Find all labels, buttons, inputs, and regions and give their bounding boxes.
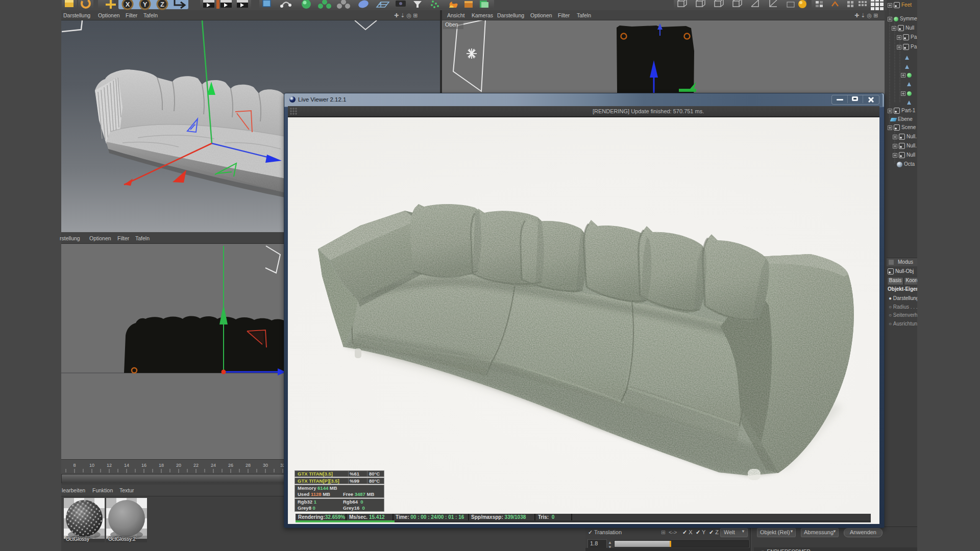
svg-text:14: 14 [124,463,129,468]
svg-text:OctGlossy: OctGlossy [66,536,89,542]
svg-text:18: 18 [159,463,164,468]
svg-text:8: 8 [73,463,76,468]
svg-text:OctGlossy.2: OctGlossy.2 [108,536,136,542]
svg-text:12: 12 [107,463,112,468]
svg-text:16: 16 [141,463,146,468]
svg-text:26: 26 [228,463,233,468]
svg-text:24: 24 [211,463,216,468]
svg-text:28: 28 [246,463,251,468]
svg-text:20: 20 [176,463,181,468]
svg-text:Z: Z [160,1,164,8]
svg-text:Y: Y [143,1,148,8]
svg-text:30: 30 [263,463,268,468]
svg-text:X: X [126,1,130,8]
svg-text:10: 10 [89,463,94,468]
svg-text:22: 22 [193,463,199,468]
